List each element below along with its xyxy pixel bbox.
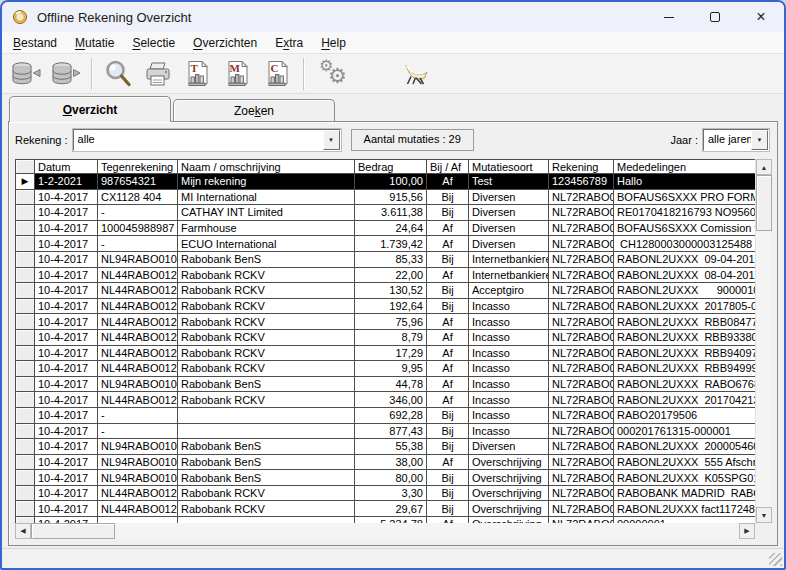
- horizontal-scrollbar[interactable]: ◀ ▶: [15, 523, 755, 539]
- scroll-down-button[interactable]: ▼: [756, 507, 772, 523]
- print-button[interactable]: [138, 56, 178, 92]
- table-row[interactable]: 10-4-2017NL44RABO0123Rabobank RCKV75,96A…: [16, 314, 756, 330]
- row-selector[interactable]: [16, 407, 35, 423]
- report-t-button[interactable]: T: [178, 56, 218, 92]
- cell-mededelingen: RABOBANK MADRID RABON: [614, 485, 756, 501]
- search-button[interactable]: [98, 56, 138, 92]
- exit-button[interactable]: [396, 56, 436, 92]
- row-selector[interactable]: [16, 454, 35, 470]
- column-header-bij-af[interactable]: Bij / Af: [427, 160, 469, 174]
- cell-datum: 10-4-2017: [35, 314, 98, 330]
- row-selector[interactable]: [16, 361, 35, 377]
- table-row[interactable]: 10-4-2017-ECUO International1.739,42AfDi…: [16, 236, 756, 252]
- cell-bedrag: 877,43: [355, 423, 427, 439]
- row-selector[interactable]: [16, 251, 35, 267]
- table-row[interactable]: 10-4-2017NL44RABO0123Rabobank RCKV22,00A…: [16, 267, 756, 283]
- report-m-button[interactable]: M: [218, 56, 258, 92]
- horizontal-scroll-thumb[interactable]: [31, 523, 115, 539]
- menu-item-overzichten[interactable]: Overzichten: [184, 34, 266, 52]
- minimize-button[interactable]: [646, 2, 692, 32]
- table-row[interactable]: 10-4-2017NL94RABO0104Rabobank BenS44,78A…: [16, 376, 756, 392]
- row-selector[interactable]: [16, 439, 35, 455]
- row-selector[interactable]: [16, 283, 35, 299]
- close-icon: ×: [756, 9, 765, 25]
- tab-overzicht[interactable]: Overzicht: [9, 96, 171, 122]
- database-export-button[interactable]: [46, 56, 86, 92]
- vertical-scrollbar[interactable]: ▲ ▼: [755, 159, 771, 523]
- cell-bedrag: 915,56: [355, 189, 427, 205]
- column-header-naam-omschrijving[interactable]: Naam / omschrijving: [178, 160, 355, 174]
- rekening-select[interactable]: alle ▼: [73, 129, 341, 151]
- menu-item-bestand[interactable]: Bestand: [4, 34, 66, 52]
- cell-datum: 10-4-2017: [35, 220, 98, 236]
- chevron-down-icon[interactable]: ▼: [751, 130, 768, 150]
- table-row[interactable]: 10-4-2017NL44RABO0123Rabobank RCKV9,95Af…: [16, 361, 756, 377]
- table-row[interactable]: 10-4-2017NL44RABO0123Rabobank RCKV3,30Bi…: [16, 485, 756, 501]
- row-selector[interactable]: [16, 470, 35, 486]
- table-row[interactable]: 10-4-2017NL94RABO0104Rabobank BenS80,00B…: [16, 470, 756, 486]
- vertical-scroll-thumb[interactable]: [756, 175, 772, 231]
- row-selector[interactable]: [16, 314, 35, 330]
- column-header-bedrag[interactable]: Bedrag: [355, 160, 427, 174]
- table-row[interactable]: 10-4-2017NL44RABO0123Rabobank RCKV130,52…: [16, 283, 756, 299]
- column-header-rekening[interactable]: Rekening: [549, 160, 614, 174]
- toolbar: T M C: [2, 54, 784, 94]
- menu-item-extra[interactable]: Extra: [266, 34, 312, 52]
- svg-text:C: C: [271, 62, 279, 74]
- row-selector[interactable]: [16, 220, 35, 236]
- database-import-button[interactable]: [6, 56, 46, 92]
- scroll-left-button[interactable]: ◀: [15, 523, 31, 539]
- table-row[interactable]: 10-4-2017NL44RABO0123Rabobank RCKV346,00…: [16, 392, 756, 408]
- row-selector[interactable]: ▶: [16, 174, 35, 190]
- horizontal-scroll-track[interactable]: [115, 523, 739, 539]
- table-row[interactable]: 10-4-2017NL94RABO0104Rabobank BenS55,38B…: [16, 439, 756, 455]
- table-row[interactable]: 10-4-2017-877,43BijIncassoNL72RABO010002…: [16, 423, 756, 439]
- column-header-datum[interactable]: Datum: [35, 160, 98, 174]
- vertical-scroll-track[interactable]: [756, 231, 771, 507]
- cell-mededelingen: BOFAUS6SXXX PRO FORMA: [614, 189, 756, 205]
- report-c-button[interactable]: C: [258, 56, 298, 92]
- row-selector[interactable]: [16, 267, 35, 283]
- chevron-down-icon[interactable]: ▼: [323, 130, 340, 150]
- row-selector[interactable]: [16, 329, 35, 345]
- cell-bij-af: Bij: [427, 407, 469, 423]
- jaar-select[interactable]: alle jaren ▼: [703, 129, 769, 151]
- menu-item-selectie[interactable]: Selectie: [123, 34, 184, 52]
- table-row[interactable]: 10-4-2017CX1128 404MI International915,5…: [16, 189, 756, 205]
- table-row[interactable]: 10-4-2017NL94RABO0104Rabobank BenS85,33B…: [16, 251, 756, 267]
- row-selector[interactable]: [16, 376, 35, 392]
- row-selector[interactable]: [16, 236, 35, 252]
- row-selector[interactable]: [16, 392, 35, 408]
- table-row[interactable]: 10-4-2017NL94RABO0104Rabobank BenS38,00A…: [16, 454, 756, 470]
- close-button[interactable]: ×: [738, 2, 784, 32]
- row-selector[interactable]: [16, 205, 35, 221]
- row-selector[interactable]: [16, 189, 35, 205]
- menu-item-mutatie[interactable]: Mutatie: [66, 34, 123, 52]
- table-row[interactable]: 10-4-2017-692,28BijIncassoNL72RABO01RABO…: [16, 407, 756, 423]
- cell-bij-af: Bij: [427, 283, 469, 299]
- table-row[interactable]: 10-4-2017-CATHAY INT Limited3.611,38BijD…: [16, 205, 756, 221]
- table-row[interactable]: 10-4-2017NL44RABO0123Rabobank RCKV17,29A…: [16, 345, 756, 361]
- resize-grip-icon[interactable]: [769, 553, 782, 566]
- table-row[interactable]: 10-4-2017NL44RABO0123Rabobank RCKV8,79Af…: [16, 329, 756, 345]
- settings-button[interactable]: ⚙⚙: [314, 56, 354, 92]
- cell-mutatiesoort: Overschrijving: [469, 454, 549, 470]
- tab-zoeken[interactable]: Zoeken: [173, 99, 335, 121]
- column-header-mutatiesoort[interactable]: Mutatiesoort: [469, 160, 549, 174]
- row-selector[interactable]: [16, 485, 35, 501]
- table-row[interactable]: 10-4-2017100045988987Farmhouse24,64AfDiv…: [16, 220, 756, 236]
- row-selector[interactable]: [16, 501, 35, 517]
- table-row[interactable]: 10-4-2017NL44RABO0123Rabobank RCKV192,64…: [16, 298, 756, 314]
- scroll-up-button[interactable]: ▲: [756, 159, 772, 175]
- menu-item-help[interactable]: Help: [312, 34, 355, 52]
- row-selector[interactable]: [16, 423, 35, 439]
- column-header-tegenrekening[interactable]: Tegenrekening: [98, 160, 178, 174]
- column-header-mededelingen[interactable]: Mededelingen: [614, 160, 756, 174]
- maximize-button[interactable]: [692, 2, 738, 32]
- row-selector[interactable]: [16, 298, 35, 314]
- cell-bij-af: Af: [427, 345, 469, 361]
- scroll-right-button[interactable]: ▶: [739, 523, 755, 539]
- row-selector[interactable]: [16, 345, 35, 361]
- table-row[interactable]: 10-4-2017NL44RABO0123Rabobank RCKV29,67B…: [16, 501, 756, 517]
- table-row[interactable]: ▶1-2-2021987654321Mijn rekening100,00AfT…: [16, 174, 756, 190]
